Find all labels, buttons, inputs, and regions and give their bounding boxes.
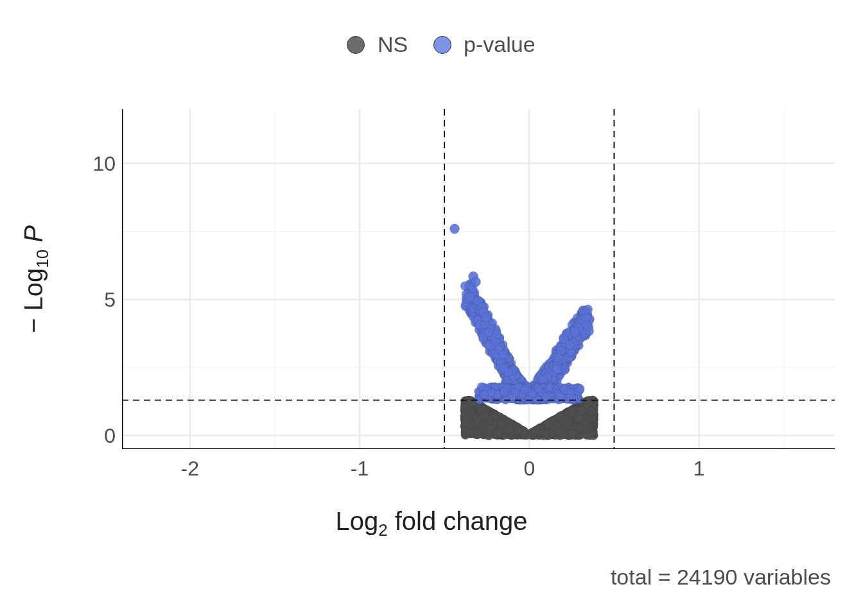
svg-point-3878 [552,364,561,373]
y-axis-label-post [19,243,48,250]
svg-point-2512 [514,425,523,434]
x-axis-label-post: fold change [388,507,528,535]
legend-ns-label: NS [378,32,408,56]
y-axis-label-pre: − Log [19,268,48,333]
svg-point-2610 [504,425,513,434]
chart-container: NS p-value 0 5 10 [0,0,863,616]
svg-point-3876 [557,346,566,355]
y-tick-0: 0 [77,424,116,447]
svg-point-2599 [556,413,565,422]
y-axis-label: − Log10 P [19,109,53,449]
x-axis-label-sub: 2 [378,520,387,540]
svg-point-2503 [492,411,501,420]
y-tick-5: 5 [77,287,116,311]
svg-point-3259 [499,350,508,359]
svg-point-3238 [493,330,501,339]
caption: total = 24190 variables [611,565,831,590]
legend-pvalue-label: p-value [464,32,536,56]
x-tick-labels: -2 -1 0 1 [122,457,835,483]
svg-point-3890 [481,312,491,322]
legend-pvalue-icon [433,36,451,54]
svg-point-4330 [576,384,584,393]
svg-point-2582 [568,429,577,438]
svg-point-2604 [580,419,589,428]
svg-point-4332 [556,392,564,400]
svg-point-4335 [545,383,554,391]
x-tick-n1: -1 [351,457,369,481]
svg-point-2600 [555,427,564,436]
svg-point-2603 [480,411,489,420]
y-axis-label-sub: 10 [33,250,52,268]
svg-point-2601 [473,430,482,439]
svg-point-3253 [484,328,493,337]
legend: NS p-value [0,32,863,57]
svg-point-2584 [493,428,502,437]
x-tick-n2: -2 [180,457,198,481]
svg-point-4346 [500,388,509,396]
x-axis-label: Log2 fold change [0,507,863,540]
svg-point-3896 [570,327,580,337]
y-tick-10: 10 [77,151,116,175]
y-axis-label-ital: P [19,225,48,243]
x-axis-label-pre: Log [335,507,378,535]
x-tick-1: 1 [693,457,705,481]
svg-point-3886 [465,292,475,302]
svg-point-4342 [534,384,543,393]
plot-area [122,109,835,449]
svg-point-2589 [543,420,552,429]
svg-point-2607 [467,398,476,407]
legend-ns-icon [347,36,365,54]
volcano-plot-svg [122,109,835,449]
svg-point-3883 [450,224,460,234]
svg-point-3894 [582,321,592,330]
y-tick-labels: 0 5 10 [77,109,116,449]
svg-point-3261 [500,364,509,373]
svg-point-2595 [484,431,493,440]
svg-point-3885 [471,277,481,287]
svg-point-4341 [487,389,496,397]
svg-point-4343 [480,391,489,399]
svg-point-2612 [577,406,586,415]
svg-point-3881 [565,341,574,350]
svg-point-4339 [521,386,529,394]
svg-point-2611 [464,413,473,422]
svg-point-2608 [531,428,540,437]
x-tick-0: 0 [523,457,535,481]
svg-point-2580 [567,408,576,417]
